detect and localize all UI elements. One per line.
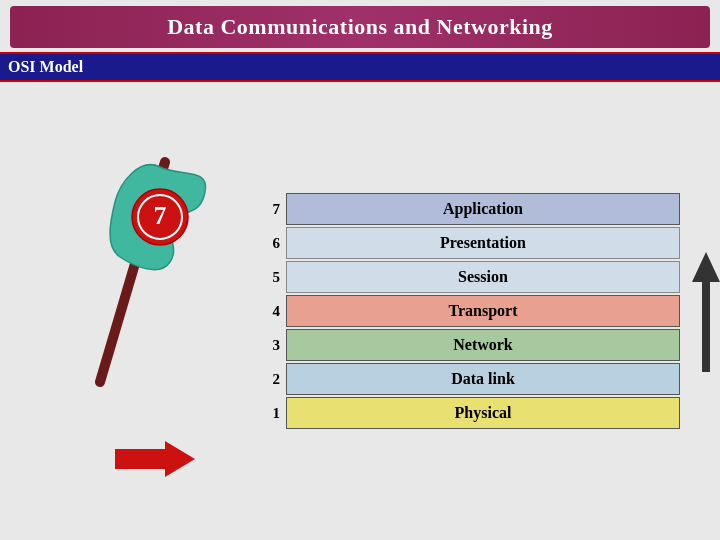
layer-number: 5	[260, 269, 280, 286]
layer-data-link: Data link	[286, 363, 680, 395]
table-row: 4Transport	[260, 295, 680, 327]
flag-area: 7	[10, 92, 250, 532]
right-arrow	[115, 441, 195, 477]
layer-transport: Transport	[286, 295, 680, 327]
layer-presentation: Presentation	[286, 227, 680, 259]
table-row: 5Session	[260, 261, 680, 293]
layer-number: 6	[260, 235, 280, 252]
layer-number: 7	[260, 201, 280, 218]
table-row: 6Presentation	[260, 227, 680, 259]
main-content: 7 7Application6Presentation5Session4Tran…	[0, 82, 720, 540]
layer-number: 1	[260, 405, 280, 422]
layer-number: 4	[260, 303, 280, 320]
flag-illustration: 7	[20, 102, 220, 422]
layer-network: Network	[286, 329, 680, 361]
layers-container: 7Application6Presentation5Session4Transp…	[260, 193, 680, 431]
layer-session: Session	[286, 261, 680, 293]
svg-marker-5	[692, 252, 720, 372]
table-row: 2Data link	[260, 363, 680, 395]
osi-model-label: OSI Model	[0, 52, 720, 82]
svg-marker-4	[115, 441, 195, 477]
layer-application: Application	[286, 193, 680, 225]
up-arrow-icon	[692, 252, 720, 372]
svg-text:7: 7	[154, 201, 167, 230]
table-row: 1Physical	[260, 397, 680, 429]
layer-number: 2	[260, 371, 280, 388]
layers-area: 7Application6Presentation5Session4Transp…	[250, 92, 710, 532]
table-row: 7Application	[260, 193, 680, 225]
page-title: Data Communications and Networking	[10, 14, 710, 40]
layer-number: 3	[260, 337, 280, 354]
table-row: 3Network	[260, 329, 680, 361]
title-bar: Data Communications and Networking	[10, 6, 710, 48]
layer-physical: Physical	[286, 397, 680, 429]
